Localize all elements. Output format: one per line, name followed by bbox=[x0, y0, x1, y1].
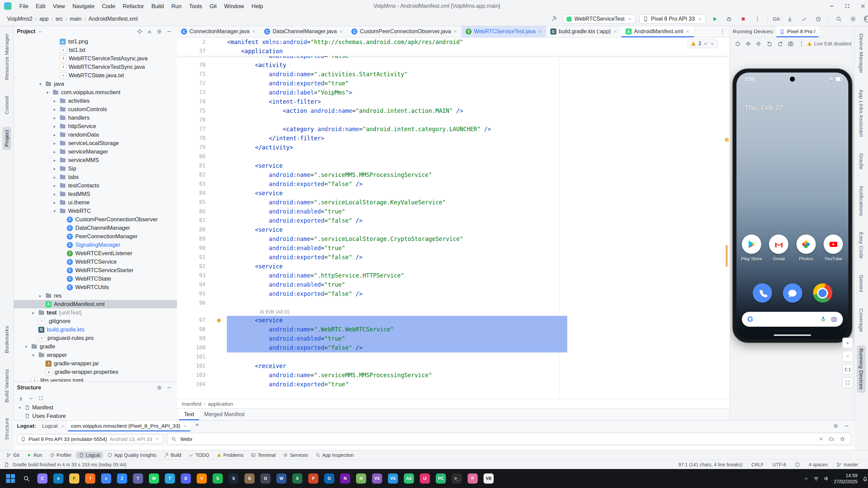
menu-run[interactable]: Run bbox=[167, 2, 185, 11]
taskbar-icon-android-studio[interactable]: AS bbox=[402, 471, 416, 486]
tree-item[interactable]: proguard-rules.pro bbox=[14, 334, 177, 342]
settings-gear-icon[interactable] bbox=[831, 422, 840, 430]
code-text[interactable]: android:exported="false" /> bbox=[214, 343, 730, 352]
line-number[interactable]: 87 bbox=[177, 216, 214, 225]
code-text[interactable]: android:name=".serviceLocalStorage.Crypt… bbox=[214, 235, 730, 244]
tree-item[interactable]: ▾java bbox=[14, 80, 177, 88]
code-line[interactable]: 84 <service bbox=[177, 189, 730, 198]
menu-file[interactable]: File bbox=[16, 2, 32, 11]
line-number[interactable]: 99 bbox=[177, 334, 214, 343]
taskbar-icon-teams[interactable]: T bbox=[131, 471, 145, 486]
tool-button-terminal[interactable]: Terminal bbox=[248, 452, 279, 459]
line-number[interactable]: 80 bbox=[177, 152, 214, 161]
line-number[interactable]: 100 bbox=[177, 343, 214, 352]
taskbar-icon-edge[interactable]: e bbox=[51, 471, 65, 486]
tree-item[interactable]: ▾com.voipplus.mmsclient bbox=[14, 88, 177, 97]
code-line[interactable]: 90 android:enabled="true" bbox=[177, 244, 730, 253]
tree-item[interactable]: ▸testMMS bbox=[14, 190, 177, 198]
chevron-down-icon[interactable] bbox=[38, 29, 43, 34]
volume-down-icon[interactable] bbox=[754, 39, 764, 49]
line-number[interactable]: 96 bbox=[177, 299, 214, 308]
phone-date-widget[interactable]: Thu, Feb 27 bbox=[745, 104, 783, 112]
git-branch-widget[interactable]: master bbox=[836, 462, 858, 467]
line-number[interactable]: 82 bbox=[177, 170, 214, 180]
tree-item[interactable]: .gitignore bbox=[14, 317, 177, 325]
line-number[interactable]: 97 bbox=[177, 316, 214, 325]
taskbar-icon-paint[interactable]: P bbox=[466, 471, 480, 486]
hide-panel-icon[interactable] bbox=[165, 27, 174, 36]
taskbar-icon-visual-studio[interactable]: VS bbox=[370, 471, 384, 486]
taskbar-icon-powerpoint[interactable]: P bbox=[306, 471, 320, 486]
code-text[interactable]: android:name=".httpService.HTTPService" bbox=[214, 271, 730, 280]
line-number[interactable]: 79 bbox=[177, 143, 214, 152]
line-number[interactable]: 101 bbox=[177, 352, 214, 362]
app-play-store[interactable]: Play Store bbox=[739, 235, 764, 261]
close-icon[interactable] bbox=[252, 29, 256, 34]
maximize-button[interactable] bbox=[840, 0, 855, 12]
chevron-collapsed-icon[interactable]: ▸ bbox=[52, 141, 57, 146]
code-line[interactable]: 102 <receiver bbox=[177, 362, 730, 371]
chevron-collapsed-icon[interactable]: ▸ bbox=[52, 149, 57, 154]
code-line[interactable]: 97 <service bbox=[177, 316, 730, 325]
sort-icon[interactable] bbox=[16, 394, 25, 402]
add-tab-icon[interactable] bbox=[193, 421, 202, 429]
tree-item[interactable]: ▸test [unitTest] bbox=[14, 308, 177, 317]
editor-tab[interactable]: build.gradle.kts (:app) bbox=[546, 26, 622, 37]
tool-button-problems[interactable]: Problems bbox=[214, 452, 246, 459]
tree-item[interactable]: WebRTCService bbox=[14, 258, 177, 266]
line-number[interactable]: 98 bbox=[177, 325, 214, 334]
tool-stripe-gradle[interactable]: Gradle bbox=[857, 150, 866, 172]
debug-button[interactable] bbox=[724, 14, 734, 24]
line-number[interactable]: 86 bbox=[177, 207, 214, 216]
logcat-search-input[interactable] bbox=[180, 436, 813, 442]
editor-tab[interactable]: DataChannelManager.java bbox=[260, 26, 347, 37]
clear-search-icon[interactable] bbox=[817, 435, 826, 443]
line-number[interactable]: 76 bbox=[177, 116, 214, 125]
indent-indicator[interactable]: 4 spaces bbox=[809, 462, 828, 467]
more-actions-icon[interactable] bbox=[752, 14, 763, 24]
manifest-tab-text[interactable]: Text bbox=[179, 409, 199, 420]
code-line[interactable]: 87 android:exported="false" /> bbox=[177, 216, 730, 225]
event-log-icon[interactable] bbox=[4, 462, 9, 467]
code-editor[interactable]: 2<manifest xmlns:android="http://schemas… bbox=[177, 38, 730, 399]
code-line[interactable]: 85 android:name=".serviceLocalStorage.Ke… bbox=[177, 198, 730, 207]
scrollbar-change-mark[interactable] bbox=[726, 245, 728, 267]
line-number[interactable]: 92 bbox=[177, 262, 214, 271]
menu-help[interactable]: Help bbox=[248, 2, 267, 11]
close-icon[interactable] bbox=[61, 424, 64, 428]
app-youtube[interactable]: YouTube bbox=[821, 235, 846, 261]
chevron-expanded-icon[interactable]: ▾ bbox=[23, 344, 29, 349]
code-text[interactable]: <service bbox=[214, 189, 730, 198]
manifest-tab-merged-manifest[interactable]: Merged Manifest bbox=[199, 409, 250, 420]
chevron-collapsed-icon[interactable]: ▸ bbox=[31, 310, 36, 315]
ai-edit-marker[interactable] bbox=[217, 319, 221, 322]
line-number[interactable]: 94 bbox=[177, 280, 214, 289]
tool-stripe-commit[interactable]: Commit bbox=[2, 93, 11, 117]
code-line[interactable]: 100 android:exported="false" /> bbox=[177, 343, 730, 352]
scrollbar-warning-mark[interactable] bbox=[725, 138, 729, 142]
code-text[interactable]: android:exported="false" /> bbox=[214, 180, 730, 189]
chevron-collapsed-icon[interactable]: ▸ bbox=[52, 124, 57, 129]
tree-item[interactable]: gradle-wrapper.jar bbox=[14, 359, 177, 368]
line-number[interactable]: 78 bbox=[177, 134, 214, 143]
code-line[interactable]: 70 <activity bbox=[177, 61, 730, 70]
phone-screen[interactable]: 2:59 Thu, Feb 27 Play StoreGmailPhotosYo… bbox=[736, 73, 848, 339]
app-photos[interactable]: Photos bbox=[794, 235, 818, 261]
code-line[interactable]: 37 <application bbox=[177, 47, 730, 56]
inspections-widget[interactable]: 3 bbox=[687, 39, 718, 48]
code-line[interactable]: 72 android:exported="true" bbox=[177, 79, 730, 88]
menu-git[interactable]: Git bbox=[206, 2, 220, 11]
taskbar-icon-notepad-plus-plus[interactable]: N bbox=[354, 471, 368, 486]
structure-item[interactable]: ▾Manifest bbox=[14, 403, 177, 412]
tree-item[interactable]: WebRTCState.java.txt bbox=[14, 71, 177, 80]
code-line[interactable]: 88 <service bbox=[177, 225, 730, 235]
tree-item[interactable]: ▸Sip bbox=[14, 164, 177, 173]
shield-icon[interactable] bbox=[795, 462, 800, 467]
code-line[interactable]: android:exported="false" bbox=[177, 56, 730, 61]
git-update-button[interactable] bbox=[784, 14, 795, 24]
gesture-bar[interactable] bbox=[774, 334, 811, 336]
settings-gear-icon[interactable] bbox=[155, 384, 164, 392]
hide-panel-icon[interactable] bbox=[842, 422, 851, 430]
more-actions-icon[interactable] bbox=[796, 39, 806, 49]
code-text[interactable] bbox=[214, 152, 730, 161]
